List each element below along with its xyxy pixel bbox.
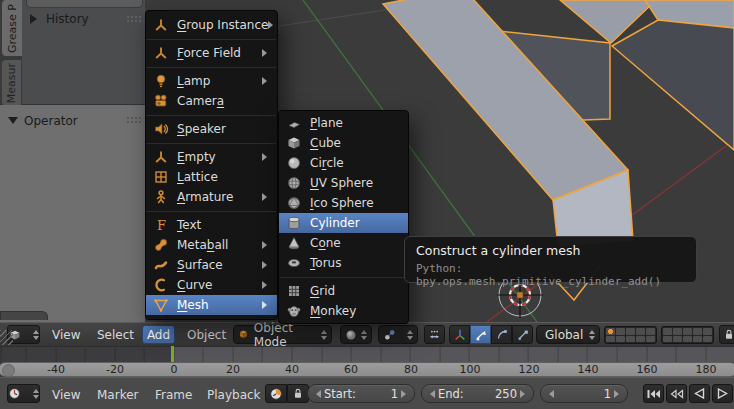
- increment-arrow-icon[interactable]: [520, 390, 529, 398]
- layer[interactable]: [636, 336, 645, 343]
- clipped-button[interactable]: [26, 0, 143, 8]
- layer[interactable]: [616, 328, 625, 335]
- view3d-header: View Select Add Object Object Mode: [0, 322, 734, 346]
- increment-arrow-icon[interactable]: [401, 390, 410, 398]
- decrement-arrow-icon[interactable]: [426, 390, 435, 398]
- menu-item-circle[interactable]: Circle: [279, 153, 408, 173]
- layer[interactable]: [703, 336, 712, 343]
- layer[interactable]: [646, 336, 655, 343]
- menu-item-text[interactable]: F Text: [146, 215, 277, 235]
- translate-manipulator-button[interactable]: [470, 325, 491, 344]
- menu-select[interactable]: Select: [97, 328, 134, 342]
- menu-item-cone[interactable]: Cone: [279, 233, 408, 253]
- tab-grease-pencil[interactable]: Grease P: [2, 0, 22, 56]
- menu-frame[interactable]: Frame: [155, 388, 192, 402]
- current-frame-field[interactable]: 1: [540, 384, 628, 403]
- layer[interactable]: [646, 328, 655, 335]
- viewport-shading-dropdown[interactable]: [340, 325, 372, 344]
- layer[interactable]: [626, 336, 635, 343]
- menu-playback[interactable]: Playback: [207, 388, 261, 402]
- lock-time-cursor-button[interactable]: [287, 384, 309, 403]
- dropdown-arrows-icon: [585, 327, 595, 343]
- menu-item-lattice[interactable]: Lattice: [146, 167, 277, 187]
- rotate-manipulator-button[interactable]: [491, 325, 512, 344]
- layer[interactable]: [683, 328, 692, 335]
- menu-item-speaker[interactable]: Speaker: [146, 119, 277, 139]
- scale-manipulator-button[interactable]: [512, 325, 533, 344]
- layer[interactable]: [606, 336, 615, 343]
- decrement-arrow-icon[interactable]: [545, 390, 554, 398]
- preview-range-toggle[interactable]: [265, 384, 287, 403]
- panel-header-history[interactable]: History: [30, 12, 89, 26]
- menu-item-monkey[interactable]: Monkey: [279, 301, 408, 321]
- timeline-scrollbar[interactable]: -40 -20 0 20 40 60 80 100 120 140 160 18…: [0, 362, 734, 377]
- menu-view-timeline[interactable]: View: [52, 388, 80, 402]
- layer[interactable]: [673, 328, 682, 335]
- manipulator-toggle[interactable]: [424, 325, 445, 344]
- layer[interactable]: [673, 336, 682, 343]
- menu-item-ico-sphere[interactable]: Ico Sphere: [279, 193, 408, 213]
- timeline-editor-icon: [8, 387, 21, 400]
- menu-item-torus[interactable]: Torus: [279, 253, 408, 273]
- panel-drag-grip[interactable]: [126, 15, 142, 23]
- layer[interactable]: [636, 328, 645, 335]
- menu-marker[interactable]: Marker: [97, 388, 138, 402]
- menu-item-empty[interactable]: Empty: [146, 147, 277, 167]
- scrollbar-end-knob[interactable]: [2, 364, 15, 377]
- menu-item-cube[interactable]: Cube: [279, 133, 408, 153]
- layer[interactable]: [693, 328, 702, 335]
- transform-orientation-dropdown[interactable]: Global: [536, 325, 600, 344]
- menu-object[interactable]: Object: [187, 328, 226, 342]
- frame-start-field[interactable]: Start: 1: [307, 384, 415, 403]
- menu-item-group-instance[interactable]: Group Instance: [146, 15, 277, 35]
- panel-header-operator[interactable]: Operator: [8, 113, 78, 129]
- play-button[interactable]: [712, 384, 733, 403]
- increment-arrow-icon[interactable]: [614, 390, 623, 398]
- expand-arrow-icon: [8, 117, 18, 129]
- menu-item-grid[interactable]: Grid: [279, 281, 408, 301]
- layer[interactable]: [683, 336, 692, 343]
- menu-item-mesh[interactable]: Mesh: [146, 295, 277, 315]
- previous-keyframe-button[interactable]: [666, 384, 687, 403]
- menu-view[interactable]: View: [52, 328, 80, 342]
- layer-1-active[interactable]: [606, 328, 615, 335]
- manipulator-axes-button[interactable]: [449, 325, 470, 344]
- timeline-band[interactable]: [0, 346, 734, 362]
- editor-type-button-timeline[interactable]: [7, 384, 40, 403]
- mode-dropdown[interactable]: Object Mode: [233, 325, 332, 344]
- region-resize-grip[interactable]: [0, 330, 13, 345]
- frame-end-field[interactable]: End: 250: [421, 384, 534, 403]
- region-corner-tab[interactable]: [0, 311, 48, 320]
- layers-group-2[interactable]: [661, 326, 714, 344]
- menu-add-active[interactable]: Add: [142, 325, 175, 344]
- tab-measure[interactable]: Measur: [2, 60, 21, 106]
- tooltip-cylinder: Construct a cylinder mesh Python: bpy.op…: [404, 236, 697, 283]
- play-reverse-button[interactable]: [689, 384, 710, 403]
- menu-item-uv-sphere[interactable]: UV Sphere: [279, 173, 408, 193]
- layer[interactable]: [663, 328, 672, 335]
- panel-drag-grip[interactable]: [126, 116, 142, 124]
- current-frame-playhead[interactable]: [171, 346, 174, 362]
- layer[interactable]: [693, 336, 702, 343]
- layer[interactable]: [616, 336, 625, 343]
- menu-item-plane[interactable]: Plane: [279, 113, 408, 133]
- layer[interactable]: [626, 328, 635, 335]
- pivot-point-dropdown[interactable]: [378, 325, 418, 344]
- menu-item-armature[interactable]: Armature: [146, 187, 277, 207]
- menu-item-curve[interactable]: Curve: [146, 275, 277, 295]
- layer[interactable]: [663, 336, 672, 343]
- menu-item-camera[interactable]: Camera: [146, 91, 277, 111]
- menu-item-force-field[interactable]: Force Field: [146, 43, 277, 63]
- ruler-number: 20: [226, 363, 240, 377]
- layers-group-1[interactable]: [604, 326, 657, 344]
- scene-lock-button[interactable]: [719, 325, 734, 344]
- menu-item-metaball[interactable]: Metaball: [146, 235, 277, 255]
- dropdown-arrows-icon: [357, 327, 367, 343]
- menu-separator: [146, 139, 277, 147]
- menu-item-lamp[interactable]: Lamp: [146, 71, 277, 91]
- jump-to-start-button[interactable]: [643, 384, 664, 403]
- menu-item-cylinder[interactable]: Cylinder: [279, 213, 408, 233]
- menu-item-surface[interactable]: Surface: [146, 255, 277, 275]
- decrement-arrow-icon[interactable]: [312, 390, 321, 398]
- layer[interactable]: [703, 328, 712, 335]
